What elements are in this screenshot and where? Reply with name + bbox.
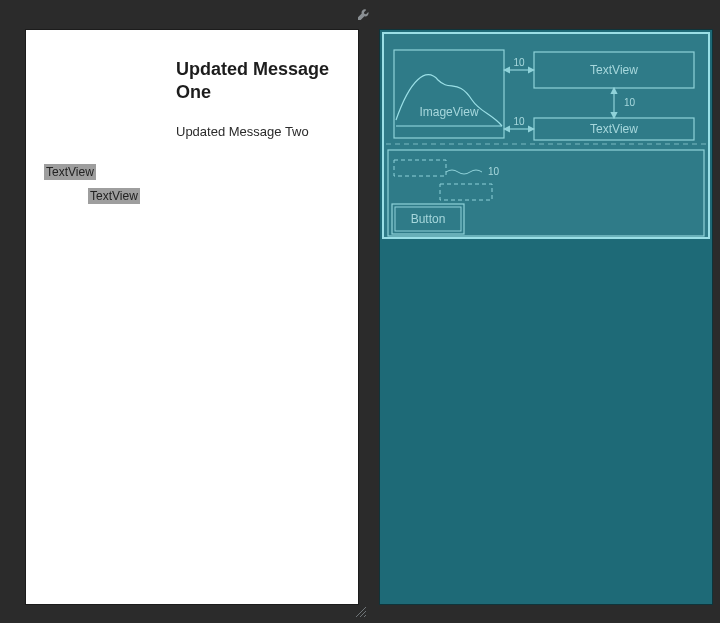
design-surface[interactable]: Updated Message One Updated Message Two … bbox=[26, 30, 358, 604]
blueprint-placeholder-2[interactable] bbox=[440, 184, 492, 200]
editor-stage: Updated Message One Updated Message Two … bbox=[0, 0, 720, 623]
svg-line-23 bbox=[364, 615, 366, 617]
blueprint-textview-1[interactable] bbox=[534, 52, 694, 88]
pane-resize-handle-icon[interactable] bbox=[354, 605, 368, 619]
placeholder-textview-2[interactable]: TextView bbox=[88, 188, 140, 204]
blueprint-imageview[interactable] bbox=[394, 50, 504, 138]
blueprint-placeholder-1[interactable] bbox=[394, 160, 446, 176]
heading-text[interactable]: Updated Message One bbox=[176, 58, 346, 103]
placeholder-textview-1[interactable]: TextView bbox=[44, 164, 96, 180]
blueprint-button[interactable] bbox=[394, 206, 462, 232]
wrench-icon[interactable] bbox=[357, 8, 369, 22]
subheading-text[interactable]: Updated Message Two bbox=[176, 124, 309, 139]
blueprint-textview-2[interactable] bbox=[534, 118, 694, 140]
blueprint-surface[interactable]: ImageView TextView TextView 10 10 10 bbox=[380, 30, 712, 604]
